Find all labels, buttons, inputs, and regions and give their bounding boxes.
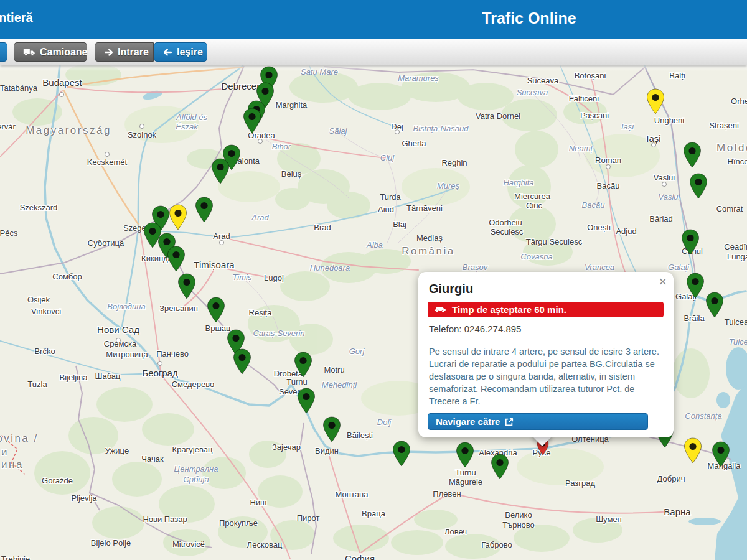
camioane-label: Camioane bbox=[40, 47, 87, 58]
iesire-button-active[interactable]: Ieșire bbox=[154, 42, 207, 62]
map-pin-yellow[interactable] bbox=[684, 437, 702, 464]
map-pin-green[interactable] bbox=[689, 173, 708, 199]
town-dot bbox=[651, 142, 656, 147]
town-dot bbox=[395, 129, 400, 134]
arrow-right-icon bbox=[104, 48, 113, 57]
town-dot bbox=[105, 152, 110, 157]
camioane-button[interactable]: Camioane bbox=[14, 42, 87, 62]
page-title: Trafic Online bbox=[482, 9, 576, 27]
wait-time-banner: Timp de așteptare 60 min. bbox=[428, 302, 664, 317]
popup-giurgiu: × Giurgiu Timp de așteptare 60 min. Tele… bbox=[418, 272, 674, 437]
map-top-fade bbox=[0, 65, 747, 71]
map-pin-green[interactable] bbox=[456, 442, 474, 468]
map-pin-green[interactable] bbox=[207, 297, 225, 323]
partial-left-button[interactable] bbox=[0, 42, 7, 62]
iesire-label: Ieșire bbox=[177, 47, 203, 58]
town-dot bbox=[157, 361, 162, 366]
town-dot bbox=[606, 164, 611, 169]
wait-time-text: Timp de așteptare 60 min. bbox=[452, 304, 566, 315]
map-pin-green[interactable] bbox=[681, 229, 700, 255]
phone-line: Telefon: 0246.274.895 bbox=[429, 324, 662, 334]
map-pin-green[interactable] bbox=[705, 292, 724, 318]
town-dot bbox=[219, 240, 224, 245]
map-pin-green[interactable] bbox=[294, 352, 312, 378]
header-bar: ontieră Trafic Online bbox=[0, 0, 747, 39]
map-pin-green[interactable] bbox=[322, 416, 341, 442]
map-pin-yellow[interactable] bbox=[646, 88, 665, 114]
town-dot bbox=[116, 338, 121, 343]
map-pin-green[interactable] bbox=[211, 158, 230, 184]
map-pin-green[interactable] bbox=[683, 142, 702, 168]
town-dot bbox=[258, 139, 263, 144]
arrow-left-icon bbox=[163, 48, 172, 57]
town-dot bbox=[139, 124, 144, 129]
close-icon[interactable]: × bbox=[659, 276, 667, 288]
car-icon bbox=[434, 306, 446, 314]
external-link-icon bbox=[505, 418, 514, 426]
popup-title: Giurgiu bbox=[429, 282, 664, 296]
map-pin-yellow[interactable] bbox=[169, 204, 187, 230]
intrare-button[interactable]: Intrare bbox=[95, 42, 154, 62]
map-pin-green[interactable] bbox=[686, 273, 705, 299]
popup-description: Pe sensul de intrare 4 artere, pe sensul… bbox=[429, 345, 662, 408]
navigate-button-label: Navigare către bbox=[436, 416, 500, 427]
map-pin-green[interactable] bbox=[297, 388, 316, 414]
map-pin-green[interactable] bbox=[491, 454, 509, 480]
map-pin-green[interactable] bbox=[177, 273, 196, 299]
map-pin-green[interactable] bbox=[195, 197, 214, 223]
navigate-button[interactable]: Navigare către bbox=[428, 413, 648, 430]
map-pin-green[interactable] bbox=[233, 348, 251, 375]
map-pin-green[interactable] bbox=[167, 246, 186, 272]
map-pin-green[interactable] bbox=[243, 108, 261, 134]
truck-icon bbox=[23, 48, 35, 57]
town-dot bbox=[662, 182, 667, 187]
brand-fragment: ontieră bbox=[0, 11, 33, 25]
toolbar: Camioane Intrare Ieșire bbox=[0, 39, 747, 65]
town-dot bbox=[402, 141, 407, 146]
town-dot bbox=[59, 92, 64, 97]
map-pin-green[interactable] bbox=[712, 441, 730, 467]
intrare-label: Intrare bbox=[118, 47, 149, 58]
divider bbox=[428, 340, 664, 340]
map-pin-green[interactable] bbox=[392, 441, 411, 467]
